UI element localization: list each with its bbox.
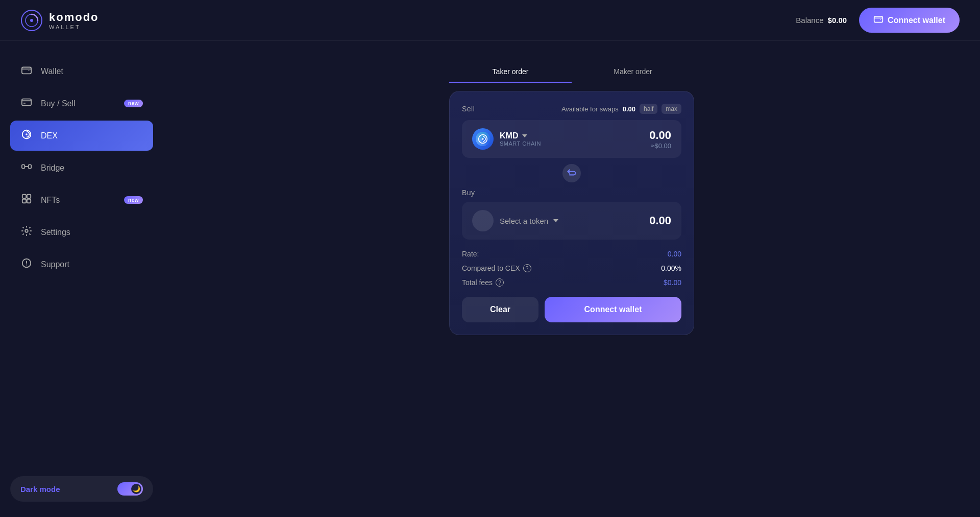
kmd-logo-inner — [476, 132, 490, 146]
card-icon — [20, 97, 33, 110]
sell-token-amount: 0.00 — [649, 129, 671, 142]
total-fees-value: $0.00 — [664, 278, 681, 287]
svg-point-8 — [26, 133, 28, 135]
dex-panel: Taker order Maker order Sell Available f… — [449, 61, 694, 335]
sell-token-right: 0.00 ≈$0.00 — [649, 129, 671, 150]
sell-token-chevron-icon — [522, 134, 527, 137]
max-button[interactable]: max — [662, 104, 681, 114]
sidebar-item-bridge-label: Bridge — [41, 163, 143, 173]
svg-point-2 — [30, 19, 33, 22]
dark-mode-circle: 🌙 — [131, 484, 141, 494]
balance-area: Balance $0.00 — [796, 16, 847, 25]
rate-row: Rate: 0.00 — [462, 250, 681, 258]
komodo-logo-icon — [20, 9, 43, 32]
select-token-placeholder — [472, 210, 494, 231]
balance-value: $0.00 — [828, 16, 847, 25]
available-label: Available for swaps — [561, 105, 619, 113]
swap-arrows — [462, 160, 681, 186]
total-fees-help-icon[interactable]: ? — [496, 278, 504, 287]
app-name: komodo — [49, 11, 99, 24]
available-area: Available for swaps 0.00 half max — [561, 104, 681, 114]
rate-value: 0.00 — [668, 250, 681, 258]
settings-icon — [20, 225, 33, 239]
svg-rect-3 — [874, 16, 883, 22]
rate-info: Rate: 0.00 Compared to CEX ? 0.00% Total… — [462, 250, 681, 287]
bridge-icon — [20, 161, 33, 175]
header-right: Balance $0.00 Connect wallet — [796, 8, 960, 33]
sidebar-item-nfts[interactable]: NFTs new — [10, 185, 153, 215]
compared-cex-help-icon[interactable]: ? — [523, 264, 531, 272]
dark-mode-label: Dark mode — [20, 485, 60, 494]
sidebar-item-bridge[interactable]: Bridge — [10, 153, 153, 183]
sell-token-name: KMD — [500, 131, 541, 140]
sidebar-item-support-label: Support — [41, 260, 143, 269]
compared-cex-value: 0.00% — [661, 264, 681, 272]
sidebar-item-settings-label: Settings — [41, 228, 143, 237]
logo-text: komodo WALLET — [49, 11, 99, 30]
buy-token-amount: 0.00 — [649, 214, 671, 227]
svg-rect-10 — [29, 165, 31, 168]
buy-label: Buy — [462, 189, 681, 197]
select-token-left: Select a token — [472, 210, 558, 231]
sidebar-item-buy-sell-label: Buy / Sell — [41, 99, 116, 108]
svg-rect-14 — [27, 199, 31, 203]
sell-token-info: KMD SMART CHAIN — [500, 131, 541, 147]
svg-point-15 — [25, 229, 28, 232]
available-value: 0.00 — [623, 105, 635, 113]
sidebar-item-dex[interactable]: DEX — [10, 121, 153, 151]
logo: komodo WALLET — [20, 9, 99, 32]
half-button[interactable]: half — [640, 104, 657, 114]
buy-section: Buy Select a token 0.00 — [462, 189, 681, 240]
svg-rect-6 — [23, 103, 26, 104]
svg-rect-11 — [22, 195, 26, 198]
svg-rect-12 — [27, 195, 31, 198]
svg-rect-9 — [22, 165, 25, 168]
app-subtitle: WALLET — [49, 24, 99, 30]
sidebar: Wallet Buy / Sell new DEX — [0, 41, 163, 517]
sidebar-item-wallet-label: Wallet — [41, 67, 143, 76]
svg-rect-5 — [22, 99, 31, 106]
tab-taker-order[interactable]: Taker order — [449, 61, 572, 83]
sidebar-item-buy-sell[interactable]: Buy / Sell new — [10, 88, 153, 119]
main-content: Taker order Maker order Sell Available f… — [163, 41, 980, 517]
sidebar-item-wallet[interactable]: Wallet — [10, 56, 153, 86]
sell-token-left: KMD SMART CHAIN — [472, 128, 541, 150]
svg-rect-13 — [22, 199, 26, 203]
wallet-icon — [873, 14, 884, 27]
svg-point-18 — [482, 138, 483, 139]
buy-token-chevron-icon — [553, 219, 558, 222]
sell-section-header: Sell Available for swaps 0.00 half max — [462, 104, 681, 114]
compared-cex-row: Compared to CEX ? 0.00% — [462, 264, 681, 272]
swap-direction-button[interactable] — [562, 164, 581, 182]
sell-token-usd: ≈$0.00 — [649, 142, 671, 150]
rate-label: Rate: — [462, 250, 479, 258]
select-token-label: Select a token — [500, 217, 548, 225]
support-icon — [20, 257, 33, 271]
order-tabs: Taker order Maker order — [449, 61, 694, 83]
sidebar-item-settings[interactable]: Settings — [10, 217, 153, 247]
action-buttons: Clear Connect wallet — [462, 297, 681, 322]
header: komodo WALLET Balance $0.00 Connect wall… — [0, 0, 980, 41]
select-token-text: Select a token — [500, 217, 558, 225]
tab-maker-order[interactable]: Maker order — [572, 61, 694, 83]
sell-token-chain: SMART CHAIN — [500, 140, 541, 147]
sell-label: Sell — [462, 105, 475, 113]
sidebar-item-dex-label: DEX — [41, 131, 143, 140]
total-fees-row: Total fees ? $0.00 — [462, 278, 681, 287]
connect-wallet-button[interactable]: Connect wallet — [545, 297, 681, 322]
clear-button[interactable]: Clear — [462, 297, 538, 322]
dark-mode-pill: 🌙 — [117, 482, 143, 496]
swap-card: Sell Available for swaps 0.00 half max — [449, 91, 694, 335]
compared-cex-label: Compared to CEX ? — [462, 264, 531, 272]
nfts-icon — [20, 193, 33, 207]
sell-token-row[interactable]: KMD SMART CHAIN 0.00 ≈$0.00 — [462, 120, 681, 158]
nfts-new-badge: new — [124, 196, 143, 204]
dex-icon — [20, 129, 33, 143]
sidebar-item-support[interactable]: Support — [10, 249, 153, 279]
select-token-row[interactable]: Select a token 0.00 — [462, 202, 681, 240]
kmd-logo — [472, 128, 494, 150]
buy-sell-new-badge: new — [124, 100, 143, 107]
header-connect-wallet-button[interactable]: Connect wallet — [859, 8, 960, 33]
dark-mode-toggle[interactable]: Dark mode 🌙 — [10, 476, 153, 502]
total-fees-label: Total fees ? — [462, 278, 504, 287]
